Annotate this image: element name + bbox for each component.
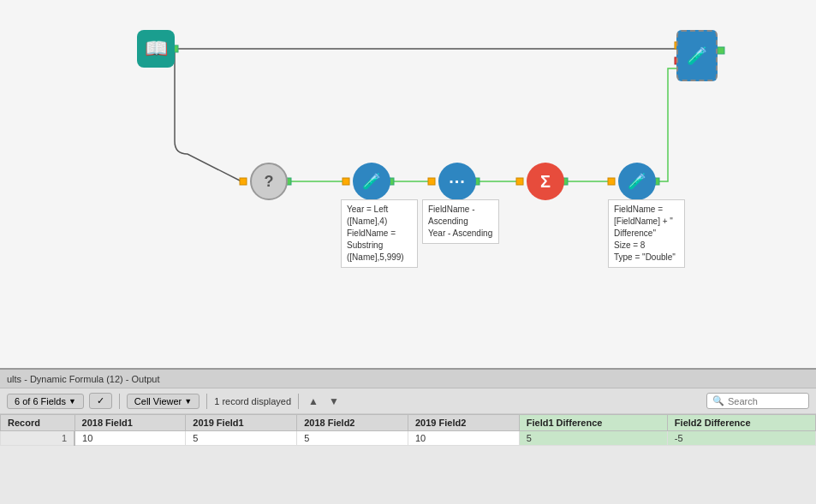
table-header-row: Record 2018 Field1 2019 Field1 2018 Fiel… — [1, 415, 816, 431]
search-box[interactable]: 🔍 — [706, 393, 809, 409]
cell-viewer-label: Cell Viewer — [134, 396, 182, 406]
dots-icon: ··· — [449, 172, 466, 192]
flask-icon-main: 🧪 — [687, 45, 708, 66]
book-icon: 📖 — [145, 38, 168, 60]
svg-rect-13 — [608, 178, 615, 185]
formula1-node[interactable]: 🧪 — [353, 163, 390, 200]
cell-2019f1: 5 — [186, 431, 297, 446]
bottom-panel: ults - Dynamic Formula (12) - Output 6 o… — [0, 368, 816, 504]
cell-record: 1 — [1, 431, 75, 446]
workflow-canvas[interactable]: 📖 🧪 ? 🧪 ··· Σ 🧪 Year = Left ([Name],4) F… — [0, 0, 816, 368]
cell-2019f2: 10 — [408, 431, 519, 446]
col-header-2018field1: 2018 Field1 — [74, 415, 186, 431]
tooltip-formula2: FieldName = [FieldName] + " Difference" … — [608, 199, 685, 268]
cell-f2diff: -5 — [667, 431, 815, 446]
divider-1 — [119, 394, 120, 409]
flask-icon-2: 🧪 — [628, 172, 646, 191]
records-displayed: 1 record displayed — [214, 396, 291, 406]
col-header-field1diff: Field1 Difference — [519, 415, 667, 431]
col-header-record: Record — [1, 415, 75, 431]
svg-rect-9 — [428, 178, 435, 185]
formula-main-node[interactable]: 🧪 — [676, 30, 718, 81]
summarize-node[interactable]: Σ — [527, 163, 564, 200]
col-header-2019field1: 2019 Field1 — [186, 415, 297, 431]
panel-toolbar: 6 of 6 Fields ▼ ✓ Cell Viewer ▼ 1 record… — [0, 388, 816, 414]
panel-title: ults - Dynamic Formula (12) - Output — [7, 374, 160, 384]
cell-f1diff: 5 — [519, 431, 667, 446]
fields-label: 6 of 6 Fields — [15, 396, 66, 406]
fields-dropdown[interactable]: 6 of 6 Fields ▼ — [7, 394, 84, 409]
search-icon: 🔍 — [712, 395, 724, 406]
chevron-down-icon: ▼ — [68, 397, 76, 406]
svg-rect-17 — [718, 47, 724, 54]
cell-2018f1: 10 — [74, 431, 186, 446]
data-table-container: Record 2018 Field1 2019 Field1 2018 Fiel… — [0, 414, 816, 446]
table-row: 1 10 5 5 10 5 -5 — [1, 431, 816, 446]
panel-title-bar: ults - Dynamic Formula (12) - Output — [0, 370, 816, 388]
check-icon: ✓ — [97, 395, 104, 406]
scroll-up-button[interactable]: ▲ — [306, 394, 321, 408]
col-header-2018field2: 2018 Field2 — [297, 415, 408, 431]
book-node[interactable]: 📖 — [137, 30, 175, 68]
question-node[interactable]: ? — [250, 163, 288, 200]
question-icon: ? — [265, 173, 274, 191]
cell-viewer-dropdown[interactable]: Cell Viewer ▼ — [127, 394, 200, 409]
scroll-down-button[interactable]: ▼ — [326, 394, 342, 408]
cell-2018f2: 5 — [297, 431, 408, 446]
svg-rect-11 — [516, 178, 523, 185]
col-header-field2diff: Field2 Difference — [667, 415, 815, 431]
tooltip-sort: FieldName - Ascending Year - Ascending — [422, 199, 499, 244]
search-input[interactable] — [728, 396, 805, 406]
sort-node[interactable]: ··· — [438, 163, 476, 200]
svg-rect-7 — [342, 178, 349, 185]
checkmark-button[interactable]: ✓ — [89, 393, 112, 409]
flask-icon-1: 🧪 — [362, 172, 381, 191]
chevron-down-icon-2: ▼ — [184, 397, 192, 406]
divider-3 — [298, 394, 299, 409]
col-header-2019field2: 2019 Field2 — [408, 415, 519, 431]
divider-2 — [206, 394, 207, 409]
sigma-icon: Σ — [540, 172, 551, 192]
formula2-node[interactable]: 🧪 — [618, 163, 656, 200]
tooltip-formula1: Year = Left ([Name],4) FieldName = Subst… — [341, 199, 418, 268]
data-table: Record 2018 Field1 2019 Field1 2018 Fiel… — [0, 414, 816, 446]
svg-rect-5 — [240, 178, 247, 185]
